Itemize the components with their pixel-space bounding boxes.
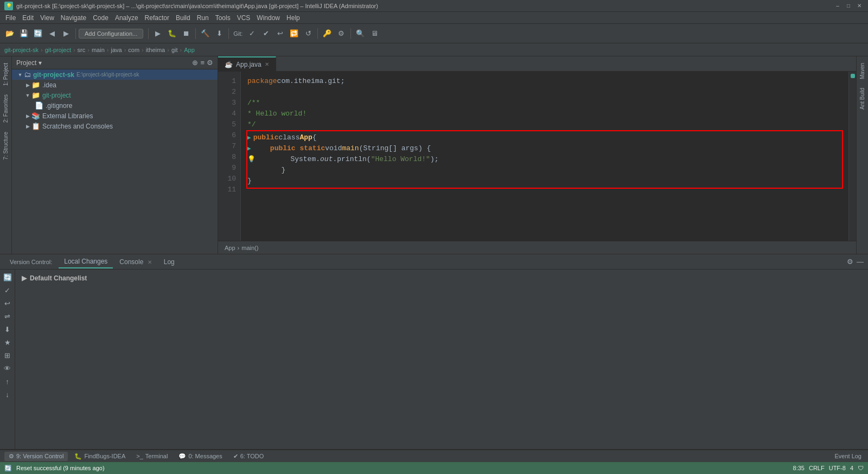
- download-btn[interactable]: ⬇: [213, 27, 226, 40]
- search-everywhere-btn[interactable]: 🔍: [354, 27, 367, 40]
- git-key-btn[interactable]: 🔑: [321, 27, 334, 40]
- taskbar-findbugs[interactable]: 🐛 FindBugs-IDEA: [70, 452, 130, 461]
- bottom-tab-local-changes[interactable]: Local Changes: [59, 255, 113, 268]
- sidebar-settings-icon[interactable]: ⚙: [207, 59, 213, 67]
- highlighted-block: ▶ public class App { ▶ public static voi…: [246, 130, 843, 189]
- bc-project[interactable]: git-project-sk: [4, 47, 39, 53]
- app-icon: 💡: [4, 2, 13, 10]
- bl-revert-btn[interactable]: ↩: [2, 298, 13, 309]
- tree-item-scratches[interactable]: ▶ 📋 Scratches and Consoles: [12, 121, 218, 131]
- side-tab-structure[interactable]: 7: Structure: [2, 127, 10, 164]
- bl-group-btn[interactable]: ⊞: [2, 350, 13, 361]
- bl-download-btn[interactable]: ⬇: [2, 324, 13, 335]
- tab-close-appjava[interactable]: ✕: [265, 61, 269, 67]
- bl-show-diff-btn[interactable]: ⇌: [2, 311, 13, 322]
- side-tab-project[interactable]: 1: Project: [2, 59, 10, 90]
- code-bc-method[interactable]: main(): [241, 245, 258, 251]
- code-content[interactable]: package com.itheima.git; /** * Hello wor…: [241, 72, 848, 241]
- bl-up-btn[interactable]: ↑: [2, 376, 13, 387]
- toolbar-back-btn[interactable]: ◀: [46, 27, 59, 40]
- toolbar-sync-btn[interactable]: 🔄: [31, 27, 44, 40]
- menu-view[interactable]: View: [37, 13, 58, 23]
- taskbar-messages[interactable]: 💬 0: Messages: [174, 452, 226, 461]
- messages-icon: 💬: [178, 453, 186, 460]
- bottom-tab-console[interactable]: Console ✕: [114, 256, 157, 268]
- sidebar-collapse-icon[interactable]: ≡: [200, 59, 205, 67]
- menu-edit[interactable]: Edit: [19, 13, 37, 23]
- tree-item-gitignore[interactable]: 📄 .gitignore: [12, 100, 218, 111]
- menu-analyze[interactable]: Analyze: [112, 13, 142, 23]
- bl-down-btn[interactable]: ↓: [2, 389, 13, 400]
- git-settings-btn[interactable]: ⚙: [335, 27, 348, 40]
- build-btn[interactable]: 🔨: [199, 27, 212, 40]
- git-undo-btn[interactable]: ↺: [302, 27, 315, 40]
- todo-icon: ✔: [233, 453, 238, 460]
- bc-main[interactable]: main: [92, 47, 105, 53]
- bottom-gear-icon[interactable]: ⚙: [847, 258, 853, 266]
- add-configuration-button[interactable]: Add Configuration...: [79, 29, 143, 39]
- status-crlf[interactable]: CRLF: [809, 465, 825, 471]
- git-check2-btn[interactable]: ✔: [259, 27, 272, 40]
- stop-btn[interactable]: ⏹: [180, 27, 193, 40]
- close-button[interactable]: ✕: [855, 2, 864, 10]
- git-revert-btn[interactable]: ↩: [273, 27, 286, 40]
- console-close-icon[interactable]: ✕: [148, 259, 152, 265]
- bl-settings-btn[interactable]: ★: [2, 337, 13, 348]
- bottom-tab-log[interactable]: Log: [158, 256, 180, 268]
- menu-refactor[interactable]: Refactor: [142, 13, 173, 23]
- editor-tabs: ☕ App.java ✕: [218, 56, 856, 72]
- bc-gitproject[interactable]: git-project: [45, 47, 71, 53]
- side-tab-antbuild[interactable]: Ant Build: [858, 84, 866, 114]
- bc-java[interactable]: java: [111, 47, 122, 53]
- tree-item-extlibs[interactable]: ▶ 📚 External Libraries: [12, 111, 218, 121]
- event-log-link[interactable]: Event Log: [832, 453, 864, 459]
- status-charset[interactable]: UTF-8: [829, 465, 846, 471]
- vc-icon: ⚙: [9, 453, 14, 460]
- menu-build[interactable]: Build: [173, 13, 194, 23]
- menu-vcs[interactable]: VCS: [234, 13, 254, 23]
- editor-tab-appjava[interactable]: ☕ App.java ✕: [218, 56, 276, 71]
- debug-btn[interactable]: 🐛: [165, 27, 178, 40]
- bl-eye-btn[interactable]: 👁: [2, 363, 13, 374]
- bulb-icon[interactable]: 💡: [247, 154, 256, 165]
- side-tab-maven[interactable]: Maven: [858, 59, 866, 84]
- toolbar-fwd-btn[interactable]: ▶: [60, 27, 73, 40]
- menu-navigate[interactable]: Navigate: [58, 13, 90, 23]
- bottom-tab-vc-label: Version Control:: [4, 257, 58, 267]
- toolbar-save-btn[interactable]: 💾: [17, 27, 30, 40]
- code-line-9: }: [247, 165, 842, 176]
- menu-code[interactable]: Code: [90, 13, 112, 23]
- tree-item-idea[interactable]: ▶ 📁 .idea: [12, 80, 218, 90]
- tree-item-root[interactable]: ▼ 🗂 git-project-sk E:\project-sk\git-pro…: [12, 69, 218, 80]
- bottom-minimize-icon[interactable]: —: [857, 258, 864, 266]
- sidebar-locate-icon[interactable]: ⊕: [192, 59, 198, 67]
- menu-tools[interactable]: Tools: [212, 13, 234, 23]
- git-history-btn[interactable]: 🔁: [288, 27, 301, 40]
- menu-help[interactable]: Help: [283, 13, 303, 23]
- run-btn[interactable]: ▶: [151, 27, 164, 40]
- tree-item-gitproject[interactable]: ▼ 📁 git-project: [12, 90, 218, 100]
- bc-itheima[interactable]: itheima: [146, 47, 165, 53]
- menu-file[interactable]: File: [2, 13, 19, 23]
- bc-app[interactable]: App: [184, 47, 195, 53]
- menu-run[interactable]: Run: [194, 13, 212, 23]
- toolbar-open-btn[interactable]: 📂: [3, 27, 16, 40]
- bl-commit-btn[interactable]: ✓: [2, 285, 13, 296]
- code-editor[interactable]: 12345 678910 11 package com.itheima.git;…: [218, 72, 856, 241]
- maximize-button[interactable]: □: [844, 2, 853, 10]
- side-tab-favorites[interactable]: 2: Favorites: [2, 90, 10, 127]
- taskbar-version-control[interactable]: ⚙ 9: Version Control: [4, 452, 68, 461]
- bc-src[interactable]: src: [78, 47, 86, 53]
- tree-arrow-extlibs: ▶: [24, 113, 31, 119]
- code-bc-class[interactable]: App: [225, 245, 235, 251]
- bl-refresh-btn[interactable]: 🔄: [2, 272, 13, 283]
- run-config-btn[interactable]: 🖥: [368, 27, 381, 40]
- minimize-button[interactable]: –: [833, 2, 842, 10]
- vc-label: 9: Version Control: [16, 453, 63, 459]
- bc-com[interactable]: com: [128, 47, 139, 53]
- git-check-btn[interactable]: ✓: [245, 27, 258, 40]
- bc-git[interactable]: git: [171, 47, 178, 53]
- taskbar-todo[interactable]: ✔ 6: TODO: [229, 452, 269, 461]
- menu-window[interactable]: Window: [253, 13, 283, 23]
- taskbar-terminal[interactable]: >_ Terminal: [132, 452, 172, 460]
